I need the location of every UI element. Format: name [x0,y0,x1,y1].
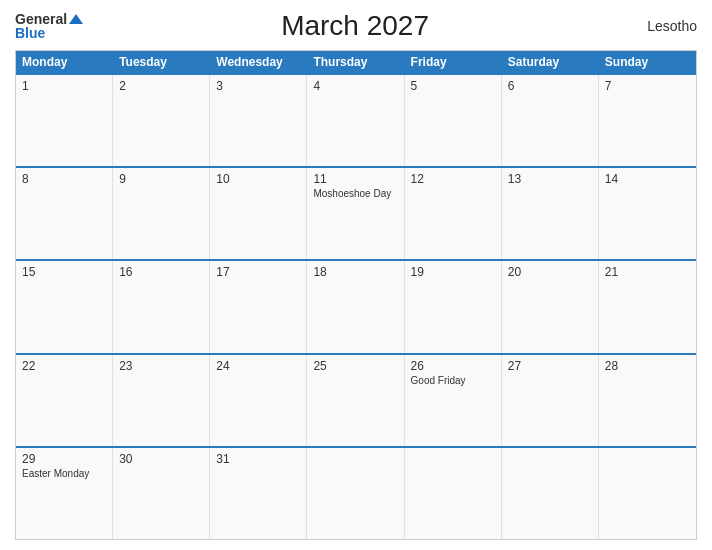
day-number: 20 [508,265,592,279]
calendar-week-3: 15161718192021 [16,259,696,352]
day-number: 4 [313,79,397,93]
calendar-cell: 19 [405,261,502,352]
day-number: 28 [605,359,690,373]
day-number: 5 [411,79,495,93]
calendar-cell: 23 [113,355,210,446]
calendar-cell: 30 [113,448,210,539]
calendar-cell [599,448,696,539]
logo-blue-text: Blue [15,26,83,40]
calendar-week-4: 2223242526Good Friday2728 [16,353,696,446]
calendar-cell: 25 [307,355,404,446]
calendar-event: Moshoeshoe Day [313,188,397,199]
day-number: 2 [119,79,203,93]
calendar-cell: 16 [113,261,210,352]
calendar-cell: 5 [405,75,502,166]
calendar-cell: 6 [502,75,599,166]
day-number: 27 [508,359,592,373]
calendar-cell: 18 [307,261,404,352]
day-number: 10 [216,172,300,186]
weekday-header-thursday: Thursday [307,51,404,73]
calendar-cell: 28 [599,355,696,446]
calendar-cell: 4 [307,75,404,166]
day-number: 1 [22,79,106,93]
calendar-week-2: 891011Moshoeshoe Day121314 [16,166,696,259]
calendar-cell: 10 [210,168,307,259]
day-number: 25 [313,359,397,373]
calendar-cell: 22 [16,355,113,446]
calendar-cell: 24 [210,355,307,446]
calendar-event: Good Friday [411,375,495,386]
day-number: 3 [216,79,300,93]
day-number: 15 [22,265,106,279]
day-number: 22 [22,359,106,373]
day-number: 14 [605,172,690,186]
calendar-week-1: 1234567 [16,73,696,166]
day-number: 26 [411,359,495,373]
weekday-header-wednesday: Wednesday [210,51,307,73]
logo: General Blue [15,12,83,40]
calendar-cell: 29Easter Monday [16,448,113,539]
page: General Blue March 2027 Lesotho MondayTu… [0,0,712,550]
calendar-cell: 17 [210,261,307,352]
day-number: 23 [119,359,203,373]
weekday-header-monday: Monday [16,51,113,73]
calendar-cell: 12 [405,168,502,259]
calendar-cell: 1 [16,75,113,166]
day-number: 16 [119,265,203,279]
calendar-cell [307,448,404,539]
calendar-cell: 11Moshoeshoe Day [307,168,404,259]
calendar-cell: 7 [599,75,696,166]
day-number: 18 [313,265,397,279]
weekday-header-friday: Friday [405,51,502,73]
day-number: 13 [508,172,592,186]
calendar-event: Easter Monday [22,468,106,479]
day-number: 24 [216,359,300,373]
header: General Blue March 2027 Lesotho [15,10,697,42]
day-number: 19 [411,265,495,279]
calendar-cell [502,448,599,539]
day-number: 6 [508,79,592,93]
calendar-cell: 14 [599,168,696,259]
calendar-cell: 13 [502,168,599,259]
weekday-header-tuesday: Tuesday [113,51,210,73]
country-label: Lesotho [627,18,697,34]
calendar: MondayTuesdayWednesdayThursdayFridaySatu… [15,50,697,540]
calendar-cell: 8 [16,168,113,259]
calendar-cell: 21 [599,261,696,352]
day-number: 7 [605,79,690,93]
day-number: 21 [605,265,690,279]
calendar-title: March 2027 [83,10,627,42]
calendar-body: 1234567891011Moshoeshoe Day1213141516171… [16,73,696,539]
calendar-cell: 20 [502,261,599,352]
day-number: 12 [411,172,495,186]
calendar-cell: 3 [210,75,307,166]
logo-triangle-icon [69,14,83,24]
weekday-header-sunday: Sunday [599,51,696,73]
day-number: 17 [216,265,300,279]
calendar-header: MondayTuesdayWednesdayThursdayFridaySatu… [16,51,696,73]
day-number: 11 [313,172,397,186]
day-number: 31 [216,452,300,466]
calendar-cell: 2 [113,75,210,166]
weekday-header-saturday: Saturday [502,51,599,73]
logo-general-text: General [15,12,67,26]
calendar-cell: 9 [113,168,210,259]
day-number: 30 [119,452,203,466]
day-number: 29 [22,452,106,466]
calendar-cell: 15 [16,261,113,352]
calendar-cell [405,448,502,539]
calendar-week-5: 29Easter Monday3031 [16,446,696,539]
calendar-cell: 26Good Friday [405,355,502,446]
day-number: 8 [22,172,106,186]
calendar-cell: 31 [210,448,307,539]
calendar-cell: 27 [502,355,599,446]
day-number: 9 [119,172,203,186]
